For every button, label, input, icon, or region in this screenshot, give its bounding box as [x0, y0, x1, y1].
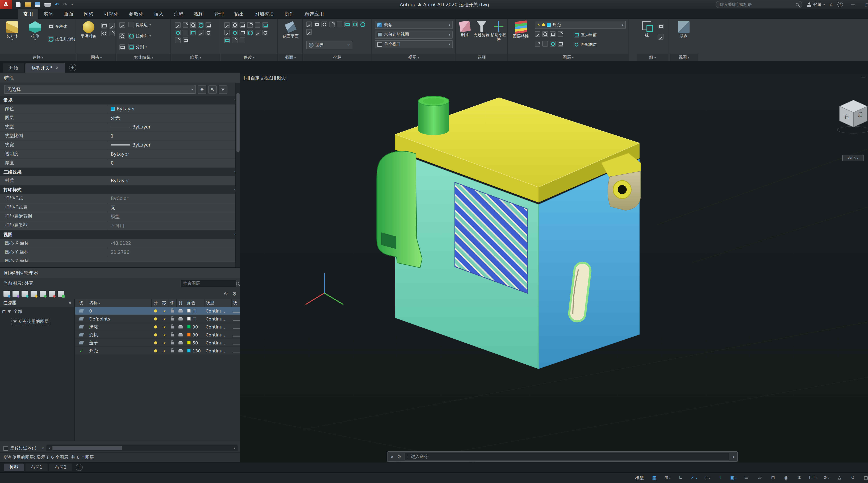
collapse-tree-icon[interactable]: «	[69, 300, 71, 305]
named-view-combo[interactable]: 未保存的视图	[375, 31, 453, 38]
spline-icon[interactable]	[198, 30, 204, 35]
drawing-viewport[interactable]: [-][自定义视图][概念] — ▢ ✕	[240, 73, 868, 472]
hscroll-thumb[interactable]	[53, 446, 122, 450]
layer-unisolate-icon[interactable]	[542, 31, 548, 37]
prop-row[interactable]: 线型比例 1	[0, 131, 240, 141]
offset-icon[interactable]	[232, 30, 238, 35]
layer-properties-button[interactable]: 图层特性	[510, 21, 532, 38]
match-layer-button[interactable]: 匹配图层	[574, 42, 597, 47]
erase-button[interactable]: 删除	[457, 21, 473, 37]
prop-row[interactable]: 打印表附着到 模型	[0, 212, 240, 221]
on-icon[interactable]	[154, 333, 157, 336]
expander-icon[interactable]: ⊟	[2, 309, 6, 314]
col-status[interactable]: 状	[75, 299, 87, 307]
prop-row[interactable]: 圆心 X 坐标 -48.0122	[0, 239, 240, 248]
table-icon[interactable]	[183, 37, 188, 43]
prop-row[interactable]: 打印表类型 不可用	[0, 221, 240, 230]
ribbon-tab-surface[interactable]: 曲面	[58, 9, 79, 19]
section-general[interactable]: 常规	[0, 96, 240, 104]
panel-label-section[interactable]: 截面	[278, 54, 302, 61]
polar-tracking-toggle[interactable]: ∠	[688, 474, 700, 482]
scrollbar-thumb[interactable]	[237, 93, 240, 152]
command-line-bar[interactable]: × ⚙ 键入命令 ▴	[387, 451, 738, 462]
command-history-icon[interactable]: ▴	[733, 454, 735, 459]
move-gizmo-button[interactable]: 移动小控件	[490, 21, 507, 42]
layer-row[interactable]: 盖子 ☀ 50 Continu...	[75, 339, 240, 347]
ucs-previous-icon[interactable]	[321, 22, 327, 27]
clean-screen-button[interactable]: ▢	[860, 474, 868, 482]
layer-row-current[interactable]: ✓ 外壳 ☀ 130 Continu...	[75, 347, 240, 355]
new-file-icon[interactable]	[16, 2, 21, 7]
toggle-pickadd-button[interactable]: ⊕	[198, 85, 206, 94]
point-icon[interactable]	[206, 30, 211, 35]
prop-row[interactable]: 颜色 ByLayer	[0, 104, 240, 114]
plot-icon[interactable]	[179, 342, 183, 344]
separate-button[interactable]: 分割	[128, 44, 147, 50]
file-tab-drawing[interactable]: 远程开关* ×	[25, 63, 65, 73]
signin-button[interactable]: 登录 ▾	[807, 2, 825, 7]
lineweight-sample[interactable]	[232, 328, 240, 328]
doc-minimize-icon[interactable]: —	[861, 74, 865, 80]
lock-icon[interactable]	[171, 350, 174, 352]
ellipse-icon[interactable]	[175, 30, 181, 35]
plot-icon[interactable]	[179, 350, 183, 352]
tab-close-icon[interactable]: ×	[55, 63, 59, 73]
help-icon[interactable]: ?	[837, 2, 843, 7]
workspace-switching-button[interactable]: ⚙	[821, 474, 832, 482]
col-linetype[interactable]: 线型	[205, 299, 231, 307]
layer-row[interactable]: 舵机 ☀ 30 Continu...	[75, 331, 240, 339]
no-filter-button[interactable]: 无过滤器	[473, 21, 490, 37]
make-current-button[interactable]: 置为当前	[574, 32, 597, 37]
command-customize-icon[interactable]: ⚙	[397, 454, 401, 459]
lineweight-toggle[interactable]: ≡	[741, 474, 752, 482]
ucs-world-icon[interactable]	[314, 22, 319, 27]
panel-label-view2[interactable]: 视图	[670, 54, 698, 61]
autocad-logo-icon[interactable]: A	[0, 0, 12, 9]
plot-icon[interactable]	[179, 318, 183, 320]
chamfer-icon[interactable]	[232, 37, 238, 43]
refresh-icon[interactable]: ↻	[224, 291, 228, 297]
transparency-toggle[interactable]: ▱	[754, 474, 766, 482]
move-icon[interactable]	[224, 22, 230, 28]
on-icon[interactable]	[154, 309, 157, 312]
new-layer-icon[interactable]	[31, 291, 37, 297]
prop-row[interactable]: 材质 ByLayer	[0, 176, 240, 185]
lineweight-sample[interactable]	[232, 320, 240, 320]
rotate-icon[interactable]	[232, 22, 238, 28]
group-edit-icon[interactable]	[658, 34, 663, 39]
smooth-object-button[interactable]: 平滑对象	[78, 21, 99, 38]
ribbon-tab-visualize[interactable]: 可视化	[99, 9, 124, 19]
lock-icon[interactable]	[171, 310, 174, 312]
file-tab-start[interactable]: 开始	[3, 63, 24, 73]
arc-icon[interactable]	[198, 22, 204, 28]
graphics-performance-toggle[interactable]: ↯	[847, 474, 858, 482]
presspull-button[interactable]: 按住并拖动	[48, 36, 76, 42]
plot-icon[interactable]	[179, 334, 183, 336]
tree-node-all[interactable]: ⊟ 全部	[0, 307, 74, 316]
ortho-mode-toggle[interactable]: ∟	[675, 474, 686, 482]
prop-row[interactable]: 圆心 Y 坐标 21.2796	[0, 248, 240, 257]
color-swatch[interactable]	[187, 349, 191, 353]
model-3d-scene[interactable]	[240, 76, 868, 471]
panel-label-layers[interactable]: 图层	[508, 54, 628, 61]
freeze-icon[interactable]: ☀	[162, 333, 166, 337]
panel-label-selection[interactable]: 选择	[456, 54, 507, 61]
array-icon[interactable]	[240, 30, 245, 35]
layer-row[interactable]: 按键 ☀ 90 Continu...	[75, 323, 240, 331]
new-layout-button[interactable]: +	[75, 464, 83, 471]
prop-row[interactable]: 厚度 0	[0, 159, 240, 168]
ribbon-tab-parametric[interactable]: 参数化	[124, 9, 149, 19]
layer-row[interactable]: 0 ☀ 白 Continu...	[75, 307, 240, 315]
new-group-filter-icon[interactable]	[12, 291, 19, 297]
erase-icon[interactable]	[255, 22, 260, 28]
group-button[interactable]: 组	[638, 21, 656, 37]
viewport-config-combo[interactable]: 单个视口	[375, 40, 453, 48]
on-icon[interactable]	[154, 349, 157, 352]
line-icon[interactable]	[175, 22, 181, 28]
panel-label-coordinates[interactable]: 坐标	[304, 54, 371, 61]
join-icon[interactable]	[224, 37, 230, 43]
lock-icon[interactable]	[171, 334, 174, 336]
layer-states-manager-icon[interactable]	[22, 291, 28, 297]
settings-gear-icon[interactable]: ⚙	[232, 291, 237, 297]
undo-icon[interactable]: ↶	[55, 0, 59, 9]
